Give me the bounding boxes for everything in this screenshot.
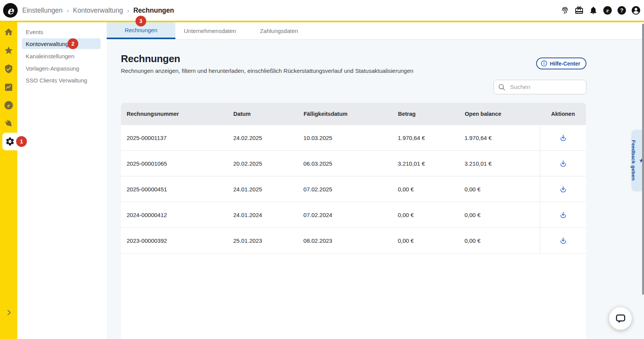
breadcrumb-account-management[interactable]: Kontoverwaltung — [73, 7, 123, 15]
settings-sidebar: Events Kontoverwaltung Kanaleinstellunge… — [17, 22, 107, 339]
invoice-actions-cell — [540, 151, 586, 176]
breadcrumb-separator-icon: › — [67, 7, 69, 14]
download-icon — [559, 159, 568, 168]
download-icon — [559, 133, 568, 142]
sidebar-item-template-customization[interactable]: Vorlagen-Anpassung — [22, 63, 101, 74]
rail-item-favorites[interactable] — [0, 41, 17, 59]
download-invoice-button[interactable] — [557, 158, 569, 170]
rail-collapse-button[interactable] — [0, 308, 17, 318]
invoice-number: 2023-00000392 — [121, 228, 233, 253]
search-icon — [498, 83, 506, 91]
invoice-actions-cell — [540, 228, 586, 253]
table-row: 2023-00000392 25.01.2023 08.02.2023 0,00… — [121, 228, 586, 253]
breadcrumb: Einstellungen › Kontoverwaltung › Rechnu… — [22, 0, 174, 21]
table-row: 2024-00000412 24.01.2024 07.02.2024 0,00… — [121, 202, 586, 228]
plug-icon — [4, 118, 13, 128]
invoice-open-balance: 1.970,64 € — [464, 125, 540, 150]
chevron-right-icon — [5, 309, 13, 316]
account-icon[interactable] — [631, 5, 641, 15]
invoice-number: 2025-00001137 — [121, 125, 233, 150]
feedback-label: Feedback geben — [631, 140, 636, 181]
rail-item-emarsys[interactable]: e — [0, 96, 17, 114]
invoice-due-date: 07.02.2024 — [304, 202, 398, 227]
top-bar: e Einstellungen › Kontoverwaltung › Rech… — [0, 0, 644, 21]
help-center-label: Hilfe-Center — [550, 61, 580, 67]
sidebar-item-channel-settings[interactable]: Kanaleinstellungen — [22, 51, 101, 61]
emarsys-badge-icon[interactable]: e — [603, 5, 613, 15]
breadcrumb-settings[interactable]: Einstellungen — [22, 7, 63, 15]
rail-item-security[interactable] — [0, 59, 17, 78]
invoice-number: 2024-00000412 — [121, 202, 233, 227]
brand-accent-line — [0, 21, 644, 22]
invoice-amount: 0,00 € — [398, 228, 464, 253]
invoices-tab-badge: 3 — [135, 16, 146, 26]
emarsys-logo[interactable]: e — [3, 3, 18, 18]
gear-icon — [5, 137, 15, 146]
sidebar-item-events[interactable]: Events — [22, 26, 101, 37]
tab-payment-data[interactable]: Zahlungsdaten — [244, 22, 314, 39]
download-invoice-button[interactable] — [557, 183, 569, 195]
rail-item-home[interactable] — [0, 23, 17, 41]
page-title: Rechnungen — [121, 53, 180, 65]
feedback-tab[interactable]: ★ Feedback geben — [632, 130, 643, 191]
download-invoice-button[interactable] — [557, 235, 569, 247]
help-icon[interactable]: ? — [617, 5, 627, 15]
rail-item-analytics[interactable] — [0, 78, 17, 96]
home-icon — [4, 27, 13, 37]
app-window: e Einstellungen › Kontoverwaltung › Rech… — [0, 0, 644, 339]
invoice-open-balance: 3.210,01 € — [464, 151, 540, 176]
invoice-open-balance: 0,00 € — [464, 202, 540, 227]
page-subtitle: Rechnungen anzeigen, filtern und herunte… — [121, 67, 413, 74]
invoice-open-balance: 0,00 € — [464, 228, 540, 253]
invoice-date: 24.01.2025 — [233, 176, 304, 202]
chat-widget-button[interactable] — [609, 307, 632, 330]
invoice-due-date: 07.02.2025 — [304, 176, 398, 202]
download-invoice-button[interactable] — [557, 132, 569, 144]
help-center-button[interactable]: Hilfe-Center — [536, 58, 586, 69]
column-header-invoice-number: Rechnungsnummer — [121, 111, 233, 117]
rail-item-integrations[interactable] — [0, 114, 17, 132]
invoice-number: 2025-00000451 — [121, 176, 233, 202]
sidebar-item-sso-clients[interactable]: SSO Clients Verwaltung — [22, 75, 101, 86]
invoice-number: 2025-00001065 — [121, 151, 233, 176]
invoice-due-date: 06.03.2025 — [304, 151, 398, 176]
tab-company-data[interactable]: Unternehmensdaten — [175, 22, 244, 39]
table-row: 2025-00000451 24.01.2025 07.02.2025 0,00… — [121, 176, 586, 202]
column-header-open-balance: Open balance — [465, 111, 540, 117]
bell-icon[interactable] — [588, 5, 598, 15]
sidebar-item-account-management[interactable]: Kontoverwaltung — [22, 38, 101, 49]
main-nav-rail: e — [0, 22, 17, 339]
breadcrumb-separator-icon: › — [127, 7, 129, 14]
column-header-amount: Betrag — [398, 111, 465, 117]
invoice-due-date: 08.02.2023 — [304, 228, 398, 253]
invoice-amount: 0,00 € — [398, 176, 464, 202]
download-invoice-button[interactable] — [557, 209, 569, 221]
invoice-date: 24.01.2024 — [233, 202, 304, 227]
invoice-actions-cell — [540, 202, 586, 227]
invoice-actions-cell — [540, 125, 586, 150]
svg-text:e: e — [606, 8, 609, 13]
column-header-actions: Aktionen — [540, 111, 586, 117]
invoice-due-date: 10.03.2025 — [304, 125, 398, 150]
analytics-icon — [4, 82, 13, 92]
fingerprint-icon[interactable] — [560, 5, 570, 15]
gift-icon[interactable] — [574, 5, 584, 15]
rail-item-settings[interactable] — [2, 133, 17, 150]
download-icon — [559, 236, 568, 245]
topbar-icon-group: e ? — [560, 0, 641, 21]
emarsys-coin-icon: e — [4, 100, 13, 110]
invoice-date: 24.02.2025 — [233, 125, 304, 150]
invoice-open-balance: 0,00 € — [464, 176, 540, 202]
tab-bar: Rechnungen Unternehmensdaten Zahlungsdat… — [107, 22, 644, 39]
vertical-scrollbar[interactable] — [642, 24, 644, 295]
account-management-badge: 2 — [68, 38, 78, 49]
column-header-date: Datum — [233, 111, 304, 117]
table-row: 2025-00001065 20.02.2025 06.03.2025 3.21… — [121, 151, 586, 176]
search-box — [494, 80, 586, 94]
breadcrumb-current-invoices: Rechnungen — [133, 7, 174, 15]
chat-bubble-icon — [614, 313, 627, 325]
invoice-actions-cell — [540, 176, 586, 202]
search-input[interactable] — [509, 83, 582, 91]
download-icon — [559, 185, 568, 194]
settings-notification-badge: 1 — [16, 136, 27, 147]
